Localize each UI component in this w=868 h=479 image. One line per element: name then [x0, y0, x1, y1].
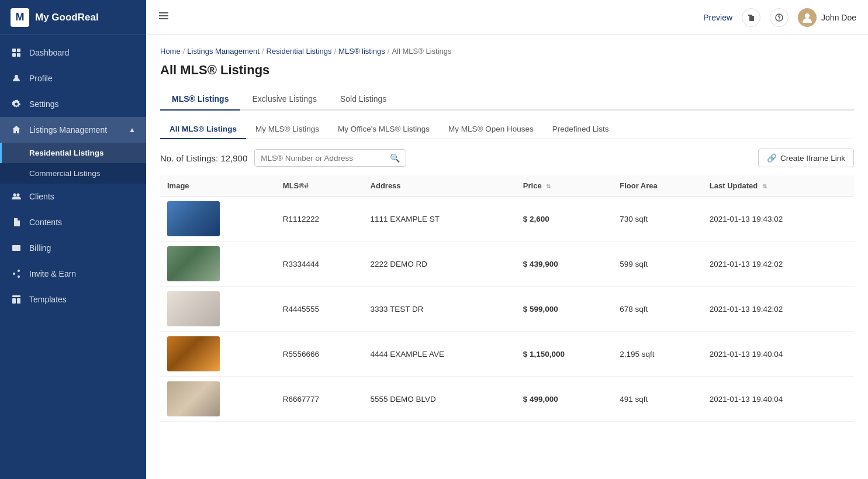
price-sort-icon: ⇅: [546, 183, 551, 189]
tab-mls-listings[interactable]: MLS® Listings: [160, 88, 240, 111]
svg-rect-2: [12, 53, 16, 57]
sidebar-item-commercial[interactable]: Commercial Listings: [0, 163, 146, 184]
tab-sold-listings[interactable]: Sold Listings: [328, 88, 398, 111]
breadcrumb-current: All MLS® Listings: [392, 47, 451, 56]
table-header: Image MLS®# Address Price ⇅ Floor Area L…: [160, 175, 854, 197]
help-icon-button[interactable]: [770, 8, 789, 27]
copy-icon-button[interactable]: [742, 8, 760, 27]
user-menu[interactable]: John Doe: [798, 8, 856, 27]
cell-mls-1: R3334444: [276, 242, 364, 287]
tab-predefined-lists[interactable]: Predefined Lists: [543, 120, 618, 139]
col-price[interactable]: Price ⇅: [516, 175, 613, 197]
table-row[interactable]: R3334444 2222 DEMO RD $ 439,900 599 sqft…: [160, 242, 854, 287]
breadcrumb-residential-listings[interactable]: Residential Listings: [267, 47, 332, 56]
tab-open-houses[interactable]: My MLS® Open Houses: [439, 120, 543, 139]
cell-mls-3: R5556666: [276, 332, 364, 377]
sidebar-item-settings-label: Settings: [29, 99, 59, 109]
search-input[interactable]: [261, 154, 386, 163]
sidebar-commercial-label: Commercial Listings: [29, 169, 101, 178]
col-mls: MLS®#: [276, 175, 364, 197]
svg-point-9: [13, 273, 15, 275]
listing-image-4: [167, 381, 220, 416]
svg-rect-15: [159, 15, 168, 16]
create-iframe-link-button[interactable]: 🔗 Create Iframe Link: [758, 149, 854, 167]
grid-icon: [11, 47, 22, 58]
cell-price-1: $ 439,900: [516, 242, 613, 287]
svg-rect-3: [17, 53, 20, 57]
col-last-updated[interactable]: Last Updated ⇅: [703, 175, 854, 197]
breadcrumb-home[interactable]: Home: [160, 47, 181, 56]
primary-tabs: MLS® Listings Exclusive Listings Sold Li…: [160, 88, 854, 111]
cell-floor-area-4: 491 sqft: [613, 377, 703, 422]
user-icon: [11, 73, 22, 84]
sidebar-item-profile[interactable]: Profile: [0, 66, 146, 91]
svg-point-6: [17, 194, 20, 197]
tab-office-mls[interactable]: My Office's MLS® Listings: [328, 120, 439, 139]
col-image: Image: [160, 175, 276, 197]
sidebar-item-residential[interactable]: Residential Listings: [0, 143, 146, 163]
listing-image-1: [167, 246, 220, 281]
cell-address-4: 5555 DEMO BLVD: [364, 377, 516, 422]
sidebar-item-listings-label: Listings Management: [29, 125, 107, 135]
avatar: [798, 8, 817, 27]
menu-toggle-icon[interactable]: [158, 10, 170, 25]
sidebar-item-billing[interactable]: Billing: [0, 235, 146, 261]
cell-floor-area-1: 599 sqft: [613, 242, 703, 287]
link-icon: 🔗: [767, 153, 777, 163]
sidebar-item-clients[interactable]: Clients: [0, 184, 146, 209]
svg-rect-0: [12, 49, 16, 52]
tab-my-mls[interactable]: My MLS® Listings: [246, 120, 328, 139]
sidebar-item-dashboard[interactable]: Dashboard: [0, 40, 146, 66]
app-name: My GoodReal: [35, 12, 99, 23]
table-row[interactable]: R1112222 1111 EXAMPLE ST $ 2,600 730 sqf…: [160, 197, 854, 242]
svg-rect-7: [12, 245, 20, 251]
tab-all-mls[interactable]: All MLS® Listings: [160, 120, 246, 139]
sidebar-item-contents-label: Contents: [29, 218, 62, 227]
sidebar-item-listings-management[interactable]: Listings Management ▲: [0, 117, 146, 143]
sidebar-sub-nav: Residential Listings Commercial Listings: [0, 143, 146, 184]
sidebar-item-settings[interactable]: Settings: [0, 91, 146, 117]
table-row[interactable]: R6667777 5555 DEMO BLVD $ 499,000 491 sq…: [160, 377, 854, 422]
svg-rect-17: [749, 16, 754, 21]
sidebar-item-profile-label: Profile: [29, 74, 53, 83]
sidebar-item-invite-earn-label: Invite & Earn: [29, 269, 76, 278]
listing-image-0: [167, 201, 220, 236]
svg-rect-13: [17, 298, 20, 304]
listing-image-2: [167, 291, 220, 326]
sidebar-item-templates[interactable]: Templates: [0, 287, 146, 312]
svg-point-8: [18, 270, 20, 272]
listing-count: No. of Listings: 12,900: [160, 153, 247, 163]
cell-image-3: [160, 332, 276, 377]
search-box[interactable]: 🔍: [254, 149, 406, 167]
cell-image-0: [160, 197, 276, 242]
updated-sort-icon: ⇅: [762, 183, 767, 189]
svg-rect-12: [12, 298, 16, 304]
cell-last-updated-3: 2021-01-13 19:40:04: [703, 332, 854, 377]
sidebar-item-contents[interactable]: Contents: [0, 209, 146, 235]
cell-mls-2: R4445555: [276, 287, 364, 332]
cell-image-2: [160, 287, 276, 332]
search-icon: 🔍: [390, 153, 400, 163]
breadcrumb-listings-management[interactable]: Listings Management: [187, 47, 260, 56]
cell-address-0: 1111 EXAMPLE ST: [364, 197, 516, 242]
table-row[interactable]: R5556666 4444 EXAMPLE AVE $ 1,150,000 2,…: [160, 332, 854, 377]
table-row[interactable]: R4445555 3333 TEST DR $ 599,000 678 sqft…: [160, 287, 854, 332]
cell-last-updated-2: 2021-01-13 19:42:02: [703, 287, 854, 332]
col-address: Address: [364, 175, 516, 197]
svg-rect-1: [17, 49, 20, 52]
content-area: Home / Listings Management / Residential…: [146, 35, 868, 479]
chevron-up-icon: ▲: [129, 126, 136, 134]
file-icon: [11, 216, 22, 228]
sidebar-logo: M My GoodReal: [0, 0, 146, 35]
tab-exclusive-listings[interactable]: Exclusive Listings: [240, 88, 328, 111]
cell-last-updated-0: 2021-01-13 19:43:02: [703, 197, 854, 242]
svg-point-19: [779, 19, 779, 19]
toolbar: No. of Listings: 12,900 🔍 🔗 Create Ifram…: [160, 149, 854, 167]
sidebar-item-invite-earn[interactable]: Invite & Earn: [0, 261, 146, 287]
listing-image-3: [167, 336, 220, 371]
breadcrumb-mls-listings[interactable]: MLS® listings: [338, 47, 385, 56]
cell-address-2: 3333 TEST DR: [364, 287, 516, 332]
username-label: John Doe: [821, 13, 856, 22]
cell-address-3: 4444 EXAMPLE AVE: [364, 332, 516, 377]
preview-button[interactable]: Preview: [703, 13, 732, 22]
